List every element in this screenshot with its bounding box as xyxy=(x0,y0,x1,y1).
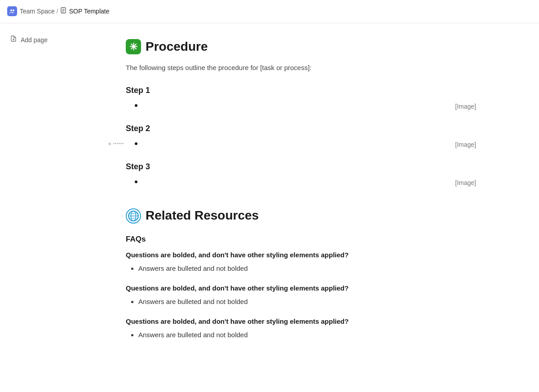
faq-3: Questions are bolded, and don't have oth… xyxy=(126,316,476,340)
main-content: ✳ Procedure The following steps outline … xyxy=(99,23,503,392)
svg-point-0 xyxy=(10,9,12,11)
procedure-section: ✳ Procedure The following steps outline … xyxy=(126,37,476,188)
bullet-dot xyxy=(135,142,137,145)
faq-1-answer: Answers are bulleted and not bolded xyxy=(138,263,476,274)
step-3-bullet-area xyxy=(126,177,446,187)
faq-3-question: Questions are bolded, and don't have oth… xyxy=(126,316,476,327)
step-2-bullet-area xyxy=(126,139,446,149)
faqs-title: FAQs xyxy=(126,233,476,245)
faq-3-answer: Answers are bulleted and not bolded xyxy=(138,330,476,340)
add-page-button[interactable]: Add page xyxy=(7,32,92,48)
step-3-image: [Image] xyxy=(446,178,476,188)
svg-point-1 xyxy=(13,9,14,11)
drag-handle-icon xyxy=(113,143,124,144)
sop-template-label: SOP Template xyxy=(69,6,110,16)
add-page-icon xyxy=(10,34,17,46)
faq-3-answer-list: Answers are bulleted and not bolded xyxy=(126,330,476,340)
team-space-icon xyxy=(7,6,17,16)
faq-2-question: Questions are bolded, and don't have oth… xyxy=(126,283,476,294)
main-layout: Add page ✳ Procedure The following steps… xyxy=(0,23,539,392)
step-2-controls: + xyxy=(108,139,124,149)
top-nav: Team Space / SOP Template xyxy=(0,0,539,23)
related-resources-section: Related Resources FAQs Questions are bol… xyxy=(126,206,476,340)
bullet-dot xyxy=(135,104,137,107)
faq-1: Questions are bolded, and don't have oth… xyxy=(126,250,476,274)
team-space-label: Team Space xyxy=(20,6,55,16)
nav-separator: / xyxy=(57,6,58,16)
sidebar: Add page xyxy=(0,23,99,392)
procedure-description: The following steps outline the procedur… xyxy=(126,62,476,73)
step-1-bullet xyxy=(135,101,446,110)
step-3-title: Step 3 xyxy=(126,160,476,173)
step-2-image: [Image] xyxy=(446,140,476,150)
doc-icon xyxy=(60,6,66,16)
step-2-bullet xyxy=(135,139,446,149)
faq-2: Questions are bolded, and don't have oth… xyxy=(126,283,476,307)
step-3-bullet xyxy=(135,177,446,187)
procedure-title: Procedure xyxy=(146,37,208,57)
procedure-header: ✳ Procedure xyxy=(126,37,476,57)
faq-2-answer-list: Answers are bulleted and not bolded xyxy=(126,296,476,307)
sparkle-icon: ✳ xyxy=(129,39,137,55)
sop-template-nav-item[interactable]: SOP Template xyxy=(60,6,110,16)
step-1-bullet-area xyxy=(126,101,446,110)
step-1-image: [Image] xyxy=(446,101,476,111)
globe-icon xyxy=(126,208,141,224)
step-3-row: [Image] xyxy=(126,177,476,188)
faq-2-answer: Answers are bulleted and not bolded xyxy=(138,296,476,307)
step-3-block: Step 3 [Image] xyxy=(126,160,476,188)
step-2-block: Step 2 + [Ima xyxy=(126,122,476,150)
plus-icon[interactable]: + xyxy=(108,139,111,149)
team-space-nav-item[interactable]: Team Space xyxy=(7,6,55,16)
step-1-row: [Image] xyxy=(126,101,476,111)
bullet-dot xyxy=(135,181,137,183)
faq-1-question: Questions are bolded, and don't have oth… xyxy=(126,250,476,260)
step-2-title: Step 2 xyxy=(126,122,476,135)
related-resources-header: Related Resources xyxy=(126,206,476,226)
step-1-block: Step 1 [Image] xyxy=(126,84,476,111)
step-2-row: + [Image] xyxy=(126,139,476,150)
step-1-title: Step 1 xyxy=(126,84,476,97)
procedure-icon: ✳ xyxy=(126,39,141,54)
faq-1-answer-list: Answers are bulleted and not bolded xyxy=(126,263,476,274)
related-resources-title: Related Resources xyxy=(146,206,259,226)
add-page-label: Add page xyxy=(21,35,48,45)
